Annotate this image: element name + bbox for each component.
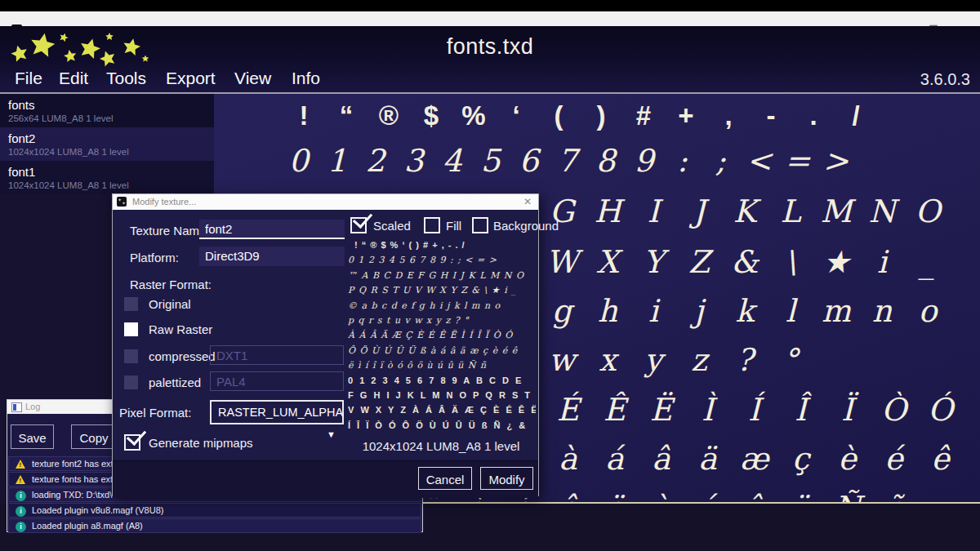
info-icon: i: [16, 491, 26, 501]
background-checkbox[interactable]: [472, 217, 488, 233]
dialog-footer: Cancel Modify: [113, 460, 538, 498]
warning-icon: !: [16, 460, 25, 469]
log-icon: [11, 402, 22, 412]
dialog-preview-row: 0 1 2 3 4 5 6 7 8 9 A B C D E: [348, 375, 536, 390]
dialog-preview-row: p q r s t u v w x y z ? °: [348, 315, 536, 330]
texture-dimension-info: 1024x1024 LUM8_A8 1 level: [348, 439, 534, 453]
dialog-preview-row: Í Î Ï Ò Ó Ô Ö Ù Ú Û Ü ß Ñ ¿ &: [348, 420, 536, 435]
raster-format-label: Raster Format:: [130, 278, 212, 291]
modify-texture-dialog: ✦✦ Modify texture... ✕ Texture Name: fon…: [112, 193, 539, 496]
palettized-label: palettized: [149, 375, 201, 389]
texture-item-font1[interactable]: font1 1024x1024 LUM8_A8 1 level: [0, 161, 214, 194]
info-icon: i: [16, 522, 26, 532]
compressed-format-input[interactable]: DXT1: [210, 345, 344, 365]
background-label: Background: [493, 219, 559, 233]
palettized-checkbox[interactable]: [124, 375, 138, 389]
log-entry[interactable]: i Loaded plugin a8.magf (A8): [8, 518, 421, 533]
dialog-titlebar[interactable]: ✦✦ Modify texture... ✕: [113, 194, 538, 210]
generate-mipmaps-label: Generate mipmaps: [149, 436, 253, 450]
raw-raster-checkbox[interactable]: [124, 322, 138, 336]
modify-button[interactable]: Modify: [480, 467, 533, 490]
menu-export[interactable]: Export: [166, 69, 216, 88]
generate-mipmaps-checkbox[interactable]: [124, 434, 140, 451]
dialog-close-icon[interactable]: ✕: [523, 196, 532, 207]
platform-label: Platform:: [130, 251, 179, 264]
preview-glyph-row: !“®$%‘()#+,-./: [283, 100, 877, 131]
original-checkbox[interactable]: [124, 297, 138, 311]
log-entry[interactable]: i Loaded plugin v8u8.magf (V8U8): [8, 503, 421, 518]
cancel-button[interactable]: Cancel: [418, 467, 472, 490]
window-titlebar: ✦✦ Magic.TXD x64 (D:/txd/fonts.txd) – ❐ …: [0, 11, 980, 26]
original-label: Original: [149, 297, 191, 311]
dialog-texture-preview: ! “ ® $ % ‘ ( ) # + , - . /0 1 2 3 4 5 6…: [348, 240, 536, 442]
scaled-checkbox[interactable]: [350, 217, 367, 233]
fill-checkbox[interactable]: [424, 217, 440, 233]
dialog-preview-row: À Á Â Ä Æ Ç È É Ê Ë Ì Í Î Ï Ò Ó: [348, 330, 536, 344]
dialog-preview-row: ë ì í î ï ò ó ô ö ù ú û ü Ñ ñ: [348, 360, 536, 375]
compressed-label: compressed: [149, 349, 216, 363]
texture-name-label: Texture Name:: [130, 224, 210, 238]
menu-file[interactable]: File: [15, 69, 42, 88]
dialog-preview-row: P Q R S T U V W X Y Z & \ ★ i _: [348, 285, 536, 300]
texture-item-fonts[interactable]: fonts 256x64 LUM8_A8 1 level: [0, 94, 214, 127]
preview-glyph-row: 0123456789:;<=>: [279, 143, 855, 179]
log-save-button[interactable]: Save: [11, 424, 54, 449]
menu-tools[interactable]: Tools: [106, 69, 146, 88]
pixel-format-label: Pixel Format:: [119, 406, 191, 420]
magic-txd-window: ✦✦ Magic.TXD x64 (D:/txd/fonts.txd) – ❐ …: [0, 0, 980, 551]
warning-icon: !: [16, 475, 25, 484]
texture-item-font2[interactable]: font2 1024x1024 LUM8_A8 1 level: [0, 127, 214, 161]
app-banner: fonts.txd File Edit Tools Export View In…: [0, 26, 980, 92]
fill-label: Fill: [446, 219, 461, 233]
dialog-preview-row: © a b c d e f g h i j k l m n o: [348, 300, 536, 315]
log-copy-button[interactable]: Copy: [71, 424, 117, 449]
pixel-format-dropdown[interactable]: RASTER_LUM_ALPHA▼: [210, 400, 344, 424]
txd-filename: fonts.txd: [0, 34, 980, 60]
app-version: 3.6.0.3: [920, 70, 970, 89]
scaled-label: Scaled: [373, 219, 411, 233]
menu-view[interactable]: View: [234, 69, 271, 88]
raw-raster-label: Raw Raster: [149, 322, 212, 336]
dialog-preview-row: V W X Y Z À Á Â Ä Æ Ç È É Ê Ë Ì: [348, 405, 536, 420]
palettized-format-input[interactable]: PAL4: [210, 371, 344, 391]
dialog-icon: ✦✦: [117, 197, 127, 207]
dialog-preview-row: Ô Ö Ù Ú Û Ü ß à á â ä æ ç è é ê: [348, 345, 536, 360]
dialog-preview-row: 0 1 2 3 4 5 6 7 8 9 : ; < = >: [348, 255, 536, 269]
menu-edit[interactable]: Edit: [59, 69, 88, 88]
top-strip: [0, 0, 980, 11]
chevron-down-icon: ▼: [327, 424, 336, 446]
compressed-checkbox[interactable]: [124, 349, 138, 363]
dialog-preview-row: ! “ ® $ % ‘ ( ) # + , - . /: [348, 240, 536, 255]
platform-input[interactable]: Direct3D9: [199, 247, 345, 266]
dialog-preview-row: ™ A B C D E F G H I J K L M N O: [348, 270, 536, 285]
texture-name-input[interactable]: font2: [199, 220, 345, 239]
dialog-preview-row: F G H I J K L M N O P Q R S T U: [348, 390, 536, 405]
log-title: Log: [25, 402, 40, 411]
menu-info[interactable]: Info: [292, 69, 320, 88]
dialog-title: Modify texture...: [132, 197, 196, 207]
info-icon: i: [16, 506, 26, 517]
